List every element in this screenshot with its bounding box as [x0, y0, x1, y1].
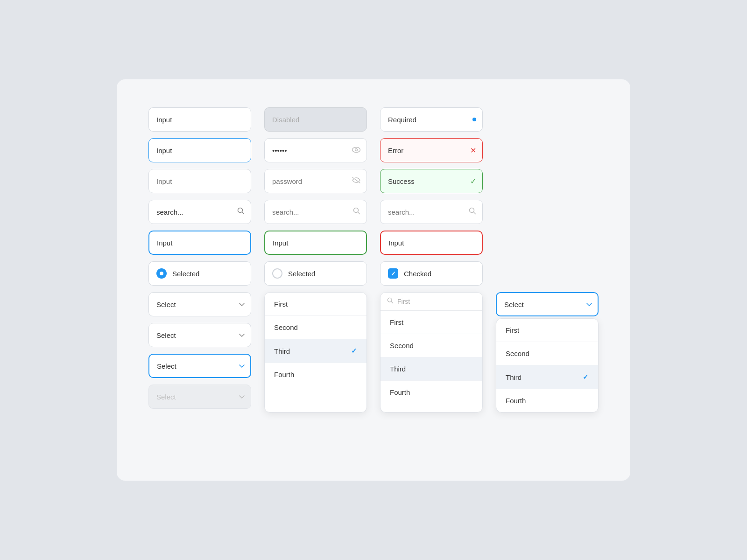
- input-focused[interactable]: [148, 138, 251, 162]
- input-error-field[interactable]: [380, 138, 483, 162]
- search-icon-3: [469, 207, 476, 217]
- dropdown-item-label-first-2: First: [390, 318, 403, 326]
- search-icon-1: [237, 207, 245, 217]
- input-normal-field[interactable]: Input: [148, 107, 251, 132]
- required-dot-icon: [472, 118, 476, 121]
- search-active-field[interactable]: [148, 200, 251, 224]
- select-normal-1[interactable]: Select: [148, 292, 251, 316]
- radio-selected-label: Selected: [172, 270, 199, 278]
- select-field-disabled: Select: [148, 385, 251, 409]
- main-card: Input ✕: [117, 79, 630, 481]
- select-field-focused[interactable]: Select: [148, 354, 251, 378]
- search-icon-dropdown: [387, 297, 394, 306]
- select-column: Select Select Select: [148, 292, 251, 413]
- select-disabled: Select: [148, 385, 251, 409]
- select-field-open[interactable]: Select: [496, 292, 599, 316]
- search-placeholder-field-1[interactable]: [264, 200, 367, 224]
- input-password-hidden-field[interactable]: [264, 169, 367, 193]
- input-outlined-blue[interactable]: [148, 231, 251, 255]
- input-outlined-blue-field[interactable]: [148, 231, 251, 255]
- input-outlined-green-field[interactable]: [264, 231, 367, 255]
- search-placeholder-field-2[interactable]: [380, 200, 483, 224]
- dropdown-item-second-1[interactable]: Second: [265, 316, 366, 339]
- dropdown-check-icon-1: ✓: [351, 347, 357, 355]
- radio-empty[interactable]: Selected: [264, 261, 367, 286]
- dropdown-item-fourth-1[interactable]: Fourth: [265, 363, 366, 386]
- dropdown-item-first-1[interactable]: First: [265, 293, 366, 316]
- dropdown-check-icon-3: ✓: [583, 373, 589, 381]
- select-field-1[interactable]: Select: [148, 292, 251, 316]
- input-placeholder-field[interactable]: [148, 169, 251, 193]
- select-focused[interactable]: Select: [148, 354, 251, 378]
- svg-point-1: [355, 149, 358, 151]
- dropdown-item-label-third-1: Third: [274, 347, 290, 355]
- dropdown-open-list: First Second Third ✓ Fourth: [496, 318, 599, 413]
- dropdown-item-first-3[interactable]: First: [496, 319, 598, 342]
- checkbox-checked-box: [388, 268, 398, 279]
- checkbox-checked[interactable]: Checked: [380, 261, 483, 286]
- input-disabled-field: [264, 107, 367, 132]
- success-check-icon: ✓: [470, 177, 476, 186]
- eye-closed-icon[interactable]: [352, 177, 360, 185]
- radio-empty-label: Selected: [288, 270, 315, 278]
- input-password-visible[interactable]: [264, 138, 367, 162]
- input-disabled: [264, 107, 367, 132]
- input-placeholder[interactable]: [148, 169, 251, 193]
- dropdown-item-label-fourth-1: Fourth: [274, 371, 294, 378]
- input-focused-field[interactable]: [148, 138, 251, 162]
- search-active[interactable]: [148, 200, 251, 224]
- select-focused-open[interactable]: Select: [496, 292, 599, 316]
- select-normal-2[interactable]: Select: [148, 323, 251, 347]
- dropdown-item-label-first-1: First: [274, 300, 288, 308]
- dropdown-item-third-1[interactable]: Third ✓: [265, 339, 366, 363]
- dropdown-item-label-fourth-3: Fourth: [506, 397, 526, 405]
- input-required-field[interactable]: [380, 107, 483, 132]
- dropdown-item-fourth-2[interactable]: Fourth: [381, 381, 482, 404]
- select-field-2[interactable]: Select: [148, 323, 251, 347]
- radio-selected-dot: [156, 268, 167, 279]
- input-password-hidden[interactable]: [264, 169, 367, 193]
- dropdown-search-input[interactable]: [397, 298, 476, 305]
- input-normal[interactable]: Input: [148, 107, 251, 132]
- search-placeholder-1[interactable]: [264, 200, 367, 224]
- search-icon-2: [353, 207, 360, 217]
- input-password-visible-field[interactable]: [264, 138, 367, 162]
- input-outlined-red[interactable]: [380, 231, 483, 255]
- radio-empty-circle: [272, 268, 282, 279]
- input-required[interactable]: [380, 107, 483, 132]
- dropdown-item-fourth-3[interactable]: Fourth: [496, 389, 598, 412]
- dropdown-item-second-3[interactable]: Second: [496, 342, 598, 365]
- error-x-icon: ✕: [470, 146, 476, 155]
- dropdown-item-label-third-3: Third: [506, 373, 521, 381]
- dropdown-simple: First Second Third ✓ Fourth: [264, 292, 367, 413]
- eye-open-icon[interactable]: [352, 146, 360, 154]
- input-success[interactable]: ✓: [380, 169, 483, 193]
- svg-point-0: [352, 147, 360, 153]
- dropdown-search-field-wrapper[interactable]: [381, 293, 482, 311]
- input-outlined-red-field[interactable]: [380, 231, 483, 255]
- dropdown-search: First Second Third Fourth: [380, 292, 483, 413]
- checkbox-checked-label: Checked: [404, 270, 431, 278]
- dropdown-item-label-third-2: Third: [390, 365, 406, 373]
- dropdown-item-label-second-2: Second: [390, 342, 414, 350]
- dropdown-item-label-second-1: Second: [274, 323, 298, 331]
- dropdown-item-label-second-3: Second: [506, 350, 529, 357]
- dropdown-item-first-2[interactable]: First: [381, 311, 482, 334]
- dropdown-item-third-3[interactable]: Third ✓: [496, 365, 598, 389]
- input-success-field[interactable]: [380, 169, 483, 193]
- select-with-dropdown: Select First Second Third ✓ Fourth: [496, 292, 599, 413]
- input-outlined-green[interactable]: [264, 231, 367, 255]
- dropdown-item-label-fourth-2: Fourth: [390, 388, 410, 396]
- dropdown-item-second-2[interactable]: Second: [381, 334, 482, 357]
- input-error[interactable]: ✕: [380, 138, 483, 162]
- search-placeholder-2[interactable]: [380, 200, 483, 224]
- dropdown-item-label-first-3: First: [506, 326, 519, 334]
- radio-selected[interactable]: Selected: [148, 261, 251, 286]
- dropdown-item-third-2[interactable]: Third: [381, 357, 482, 381]
